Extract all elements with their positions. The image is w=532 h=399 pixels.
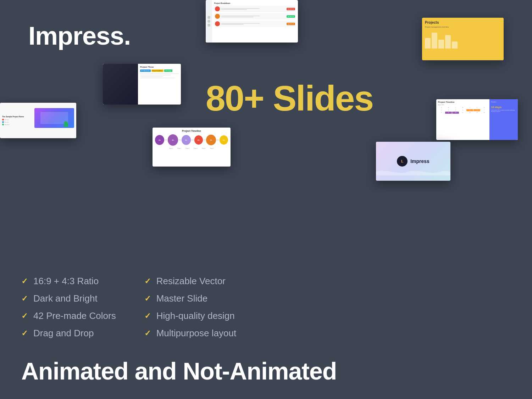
features-section: ✓ 16:9 + 4:3 Ratio ✓ Dark and Bright ✓ 4… [21, 276, 236, 339]
thumb-content-right: Project Three ICT Business Brand Guideli… [138, 64, 181, 105]
day-header: W [459, 107, 466, 109]
features-left-column: ✓ 16:9 + 4:3 Ratio ✓ Dark and Bright ✓ 4… [21, 276, 116, 339]
thumbnail-dashboard[interactable]: Project Breakdown $1,500.00 $2,400.00 [206, 0, 298, 43]
connector [216, 140, 219, 140]
calendar-day: 14 [481, 112, 487, 114]
bar [432, 33, 437, 49]
circle-step: 6% [168, 134, 178, 146]
thumbnail-impress-logo[interactable]: I. Impress [376, 142, 450, 181]
calendar-day: 8 [438, 112, 445, 114]
dot-item: Item three [2, 124, 34, 125]
thumbnail-yellow-projects[interactable]: Projects Project management overview [422, 18, 504, 60]
day-header: F [473, 107, 480, 109]
bottom-tagline: Animated and Not-Animated [21, 357, 337, 385]
feature-label: 42 Pre-made Colors [33, 310, 116, 321]
feature-item-quality: ✓ High-quality design [144, 310, 236, 321]
day-header: T [452, 107, 459, 109]
feature-item-drag-drop: ✓ Drag and Drop [21, 328, 116, 339]
feature-label: Master Slide [156, 293, 208, 304]
bar [445, 35, 451, 49]
tag: Redesign [164, 69, 172, 72]
title-area: Impress. [28, 21, 131, 50]
feature-item-ratio: ✓ 16:9 + 4:3 Ratio [21, 276, 116, 287]
logo-initial: I. [401, 159, 403, 163]
feature-item-dark-bright: ✓ Dark and Bright [21, 293, 116, 304]
dot-label: Item three [5, 124, 10, 125]
connector [178, 140, 181, 140]
table-row: $2,400.00 [214, 13, 296, 19]
label: Phase 5 [202, 148, 206, 149]
dot-label: Item one [5, 119, 9, 120]
feature-item-colors: ✓ 42 Pre-made Colors [21, 310, 116, 321]
bar [438, 40, 444, 49]
main-title: Impress. [28, 21, 131, 50]
avatar [215, 14, 220, 19]
thumb-title: Projects [425, 21, 501, 24]
line [140, 76, 163, 77]
date-label: August 2023 [438, 104, 488, 106]
calendar-day: 4 [459, 109, 466, 111]
logo-text: Impress [410, 158, 430, 164]
dark-image [103, 64, 138, 105]
line [221, 9, 247, 10]
label: Phase 1 [169, 148, 173, 149]
plant-icon [64, 121, 68, 127]
feature-label: Drag and Drop [33, 328, 94, 339]
thumb-title: Project Timeline [438, 101, 488, 103]
content-lines [140, 73, 179, 78]
nav-dot [207, 20, 210, 23]
day-header: S [438, 107, 445, 109]
color-dot [2, 121, 4, 123]
avatar [215, 6, 220, 11]
thumb-title: The Sample Project Name [2, 116, 34, 118]
circle-step: 5% [182, 135, 191, 145]
calendar-day: 12 [466, 112, 473, 114]
badge: $2,400.00 [287, 15, 295, 18]
check-icon: ✓ [21, 311, 28, 321]
chart [425, 31, 501, 49]
color-dot [2, 124, 4, 125]
day-header: T [466, 107, 473, 109]
circle-step: 4% [194, 135, 203, 145]
calendar-grid: S M T W T F S 1 2 3 4 5 6 7 8 9 10 11 12… [438, 107, 488, 114]
dot-label: Item two [5, 122, 9, 123]
feature-item-master-slide: ✓ Master Slide [144, 293, 236, 304]
badge: $1,500.00 [287, 8, 295, 10]
calendar-day: 13 [473, 112, 480, 114]
thumbnail-project-three[interactable]: Project Three ICT Business Brand Guideli… [103, 64, 181, 105]
feature-label: High-quality design [156, 310, 235, 321]
line [221, 17, 253, 17]
label: Phase 6 [210, 148, 214, 149]
calendar-day: 2 [445, 109, 452, 111]
feature-label: Resizable Vector [156, 276, 226, 287]
table-row: $1,500.00 [214, 6, 296, 12]
table-row: $2,200.00 [214, 21, 296, 27]
label: Phase 3 [185, 148, 189, 149]
calendar-day: 9 [445, 112, 452, 114]
nav-dot [207, 16, 210, 19]
bar [425, 38, 431, 49]
thumbnail-laptop-mockup[interactable]: The Sample Project Name Item one Item tw… [0, 103, 76, 138]
line [140, 78, 175, 78]
labels-row: Phase 1 Phase 2 Phase 3 Phase 4 Phase 5 … [155, 148, 228, 149]
calendar-day: 6 [473, 109, 480, 111]
dot-item: Item two [2, 121, 34, 123]
logo-circle: I. [397, 156, 408, 167]
thumbnail-timeline-circles[interactable]: Project Timeline 4% 6% 5% 4% 8% 5% Phase… [153, 128, 231, 167]
thumbnail-calendar-timeline[interactable]: Project Timeline August 2023 S M T W T F… [436, 99, 518, 140]
line [221, 8, 260, 9]
day-header: S [481, 107, 487, 109]
calendar-day: 11 [459, 112, 466, 114]
calendar-main: Project Timeline August 2023 S M T W T F… [436, 99, 489, 140]
feature-label: Multipurpose layout [156, 328, 236, 339]
circles-row: 4% 6% 5% 4% 8% 5% [155, 134, 228, 146]
thumb-header: Project Breakdown [214, 2, 296, 4]
tag: ICT Business [140, 69, 151, 72]
tag: Brand Guideline [151, 69, 164, 72]
connector [191, 140, 194, 140]
check-icon: ✓ [144, 294, 151, 303]
badge: $2,200.00 [287, 23, 295, 25]
check-icon: ✓ [144, 329, 151, 338]
check-icon: ✓ [21, 294, 28, 303]
laptop-visual [34, 108, 74, 133]
